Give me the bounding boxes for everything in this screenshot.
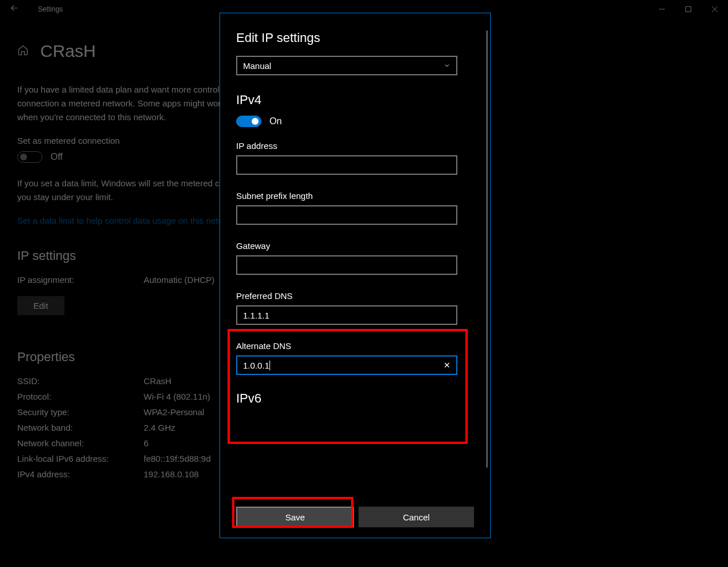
page-title: CRasH [40, 41, 96, 61]
close-button[interactable] [702, 0, 728, 18]
ip-address-input[interactable] [236, 155, 457, 175]
window-controls [649, 0, 728, 18]
maximize-button[interactable] [675, 0, 702, 18]
edit-ip-dialog: Edit IP settings Manual IPv4 On IP addre… [219, 13, 491, 538]
home-icon[interactable] [17, 44, 29, 58]
gateway-label: Gateway [236, 241, 471, 251]
metered-state-text: Off [51, 152, 63, 162]
chevron-down-icon [444, 61, 450, 71]
dialog-scrollbar[interactable] [486, 30, 488, 468]
metered-toggle[interactable] [17, 151, 43, 163]
ip-assignment-label: IP assignment: [17, 275, 144, 285]
ip-address-label: IP address [236, 141, 471, 151]
ip-mode-select[interactable]: Manual [236, 56, 457, 75]
back-arrow-icon[interactable] [5, 1, 24, 18]
edit-button[interactable]: Edit [17, 296, 64, 315]
preferred-dns-label: Preferred DNS [236, 291, 471, 301]
clear-input-icon[interactable]: ✕ [444, 361, 450, 370]
ipv4-toggle[interactable] [236, 116, 261, 127]
subnet-input[interactable] [236, 205, 457, 225]
save-button[interactable]: Save [236, 507, 354, 527]
gateway-input[interactable] [236, 255, 457, 275]
subnet-label: Subnet prefix length [236, 191, 471, 201]
ip-assignment-value: Automatic (DHCP) [144, 275, 214, 285]
ipv4-title: IPv4 [236, 93, 471, 108]
window-title: Settings [38, 5, 63, 13]
dialog-title: Edit IP settings [236, 30, 471, 45]
ipv4-state-text: On [269, 116, 282, 127]
minimize-button[interactable] [649, 0, 675, 18]
ip-mode-value: Manual [243, 61, 271, 71]
alternate-dns-label: Alternate DNS [236, 341, 471, 351]
ipv6-title: IPv6 [236, 391, 471, 406]
preferred-dns-input[interactable]: 1.1.1.1 [236, 305, 457, 325]
cancel-button[interactable]: Cancel [359, 507, 474, 527]
alternate-dns-input[interactable]: 1.0.0.1 ✕ [236, 355, 457, 375]
svg-rect-1 [686, 7, 691, 12]
